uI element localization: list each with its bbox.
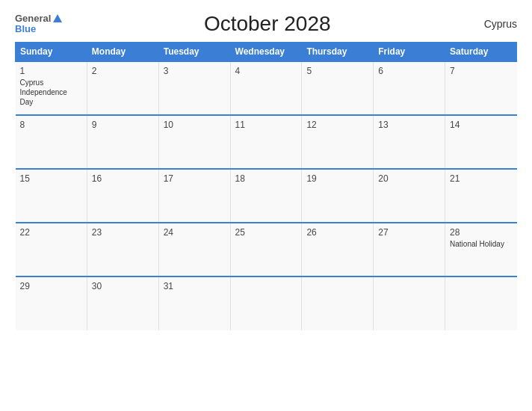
- calendar-cell: [445, 276, 517, 330]
- day-number: 17: [164, 173, 226, 184]
- calendar-week-row: 1Cyprus Independence Day234567: [16, 61, 517, 115]
- day-number: 2: [92, 66, 154, 76]
- day-number: 6: [378, 66, 440, 76]
- calendar-cell: [302, 276, 374, 330]
- header-friday: Friday: [374, 43, 445, 62]
- calendar-cell: 30: [87, 276, 158, 330]
- day-number: 18: [235, 173, 297, 184]
- day-number: 14: [450, 120, 512, 130]
- holiday-label: Cyprus Independence Day: [20, 78, 82, 107]
- day-number: 30: [92, 281, 154, 291]
- calendar-cell: 15: [16, 169, 87, 223]
- header-monday: Monday: [87, 43, 158, 62]
- calendar-cell: 10: [158, 115, 230, 169]
- header: General Blue October 2028 Cyprus: [15, 12, 517, 36]
- calendar-cell: 5: [302, 61, 374, 115]
- calendar-cell: 18: [230, 169, 302, 223]
- holiday-label: National Holiday: [450, 239, 512, 249]
- calendar-cell: [230, 276, 302, 330]
- calendar-cell: 31: [158, 276, 230, 330]
- calendar-cell: 2: [87, 61, 158, 115]
- day-number: 26: [306, 227, 368, 238]
- calendar-cell: 26: [302, 223, 374, 276]
- calendar-cell: 7: [445, 61, 517, 115]
- day-number: 3: [164, 66, 226, 76]
- calendar-title: October 2028: [62, 12, 472, 36]
- header-wednesday: Wednesday: [230, 43, 302, 62]
- logo-triangle-icon: [53, 14, 62, 22]
- calendar-cell: 4: [230, 61, 302, 115]
- calendar-cell: 21: [445, 169, 517, 223]
- calendar-cell: 27: [374, 223, 445, 276]
- day-number: 7: [450, 66, 512, 76]
- day-number: 13: [378, 120, 440, 130]
- day-number: 1: [20, 66, 82, 76]
- day-number: 16: [92, 173, 154, 184]
- day-number: 11: [235, 120, 297, 130]
- day-number: 21: [450, 173, 512, 184]
- day-number: 24: [164, 227, 226, 238]
- day-number: 31: [164, 281, 226, 291]
- calendar-cell: 24: [158, 223, 230, 276]
- calendar-week-row: 891011121314: [16, 115, 517, 169]
- header-tuesday: Tuesday: [158, 43, 230, 62]
- calendar-cell: 19: [302, 169, 374, 223]
- calendar-cell: 16: [87, 169, 158, 223]
- country-name: Cyprus: [472, 18, 517, 30]
- day-number: 23: [92, 227, 154, 238]
- calendar-week-row: 15161718192021: [16, 169, 517, 223]
- calendar-week-row: 293031: [16, 276, 517, 330]
- calendar-cell: [374, 276, 445, 330]
- calendar-cell: 12: [302, 115, 374, 169]
- calendar-cell: 14: [445, 115, 517, 169]
- day-number: 9: [92, 120, 154, 130]
- calendar-week-row: 22232425262728National Holiday: [16, 223, 517, 276]
- calendar-cell: 20: [374, 169, 445, 223]
- day-number: 22: [20, 227, 82, 238]
- day-number: 27: [378, 227, 440, 238]
- weekday-header-row: Sunday Monday Tuesday Wednesday Thursday…: [16, 43, 517, 62]
- calendar-cell: 9: [87, 115, 158, 169]
- day-number: 8: [20, 120, 82, 130]
- day-number: 5: [306, 66, 368, 76]
- day-number: 10: [164, 120, 226, 130]
- calendar-cell: 6: [374, 61, 445, 115]
- logo: General Blue: [15, 13, 62, 35]
- calendar-table: Sunday Monday Tuesday Wednesday Thursday…: [15, 42, 517, 330]
- logo-general: General: [15, 13, 51, 24]
- calendar-cell: 22: [16, 223, 87, 276]
- day-number: 15: [20, 173, 82, 184]
- header-thursday: Thursday: [302, 43, 374, 62]
- calendar-cell: 3: [158, 61, 230, 115]
- calendar-cell: 11: [230, 115, 302, 169]
- calendar-cell: 8: [16, 115, 87, 169]
- calendar-cell: 17: [158, 169, 230, 223]
- day-number: 20: [378, 173, 440, 184]
- logo-blue: Blue: [15, 24, 62, 34]
- day-number: 28: [450, 227, 512, 238]
- calendar-cell: 1Cyprus Independence Day: [16, 61, 87, 115]
- day-number: 4: [235, 66, 297, 76]
- day-number: 19: [306, 173, 368, 184]
- header-sunday: Sunday: [16, 43, 87, 62]
- calendar-cell: 13: [374, 115, 445, 169]
- day-number: 25: [235, 227, 297, 238]
- calendar-cell: 23: [87, 223, 158, 276]
- calendar-cell: 25: [230, 223, 302, 276]
- calendar-cell: 29: [16, 276, 87, 330]
- day-number: 12: [306, 120, 368, 130]
- calendar-page: General Blue October 2028 Cyprus Sunday …: [0, 0, 532, 411]
- header-saturday: Saturday: [445, 43, 517, 62]
- day-number: 29: [20, 281, 82, 291]
- calendar-cell: 28National Holiday: [445, 223, 517, 276]
